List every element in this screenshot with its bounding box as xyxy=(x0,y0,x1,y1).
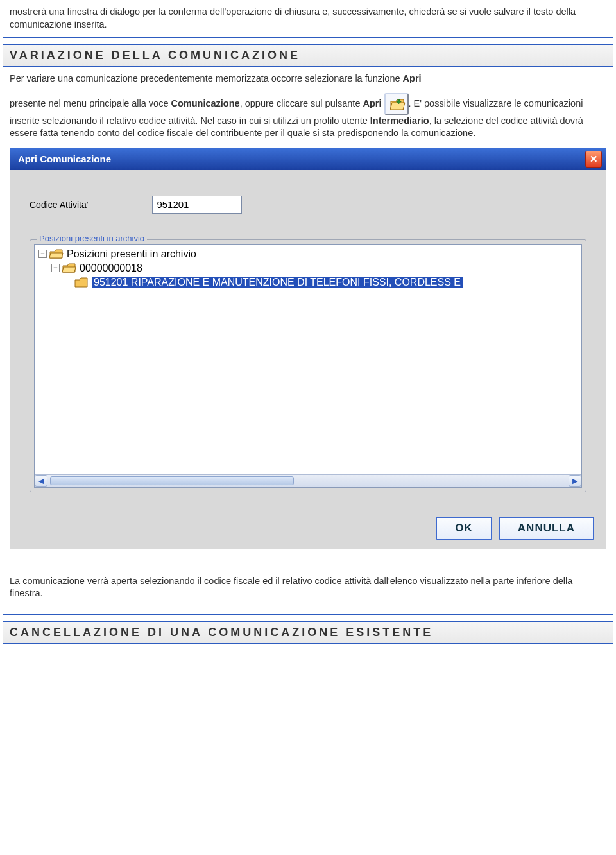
posizioni-tree[interactable]: − Posizioni presenti in archivio − 00000… xyxy=(34,244,582,488)
posizioni-legend: Posizioni presenti in archivio xyxy=(37,234,147,243)
section-header-cancellazione: CANCELLAZIONE DI UNA COMUNICAZIONE ESIST… xyxy=(3,621,613,644)
tree-toggle-minus-icon[interactable]: − xyxy=(38,250,47,258)
folder-open-arrow-icon xyxy=(390,98,406,112)
codice-attivita-row: Codice Attivita' xyxy=(30,196,586,214)
dialog-title: Apri Comunicazione xyxy=(14,153,111,164)
dialog-titlebar: Apri Comunicazione ✕ xyxy=(10,148,606,170)
section1-footer: La comunicazione verrà aperta selezionan… xyxy=(10,575,606,600)
para2-g-bold: Intermediario xyxy=(370,116,429,126)
folder-closed-icon xyxy=(74,277,89,288)
para1: Per variare una comunicazione precedente… xyxy=(10,73,606,85)
dialog-close-button[interactable]: ✕ xyxy=(585,151,602,168)
tree-leaf1-label: 951201 RIPARAZIONE E MANUTENZIONE DI TEL… xyxy=(92,277,463,288)
chevron-left-icon: ◀ xyxy=(38,477,44,485)
folder-open-icon xyxy=(62,263,76,274)
intro-paragraph: mostrerà una finestra di dialogo per la … xyxy=(10,6,606,31)
para2-a: presente nel menu principale alla voce xyxy=(10,98,171,108)
section-header-variazione: VARIAZIONE DELLA COMUNICAZIONE xyxy=(3,44,613,67)
para1-b-bold: Apri xyxy=(403,73,422,83)
annulla-button[interactable]: ANNULLA xyxy=(499,517,594,540)
prev-section-tail: mostrerà una finestra di dialogo per la … xyxy=(3,3,613,38)
dialog-button-row: OK ANNULLA xyxy=(10,508,606,549)
scroll-track[interactable] xyxy=(47,476,569,485)
tree-node1-label: 00000000018 xyxy=(80,263,142,274)
dialog-body: Codice Attivita' Posizioni presenti in a… xyxy=(10,170,606,508)
para2-c: , oppure cliccare sul pulsante xyxy=(240,98,363,108)
scroll-left-button[interactable]: ◀ xyxy=(35,475,47,487)
scroll-thumb[interactable] xyxy=(50,476,294,485)
section-variazione-body: Per variare una comunicazione precedente… xyxy=(3,69,613,615)
ok-button[interactable]: OK xyxy=(436,517,492,540)
para2-e xyxy=(381,98,384,108)
tree-node1-row[interactable]: − 00000000018 xyxy=(37,261,581,275)
codice-attivita-input[interactable] xyxy=(152,196,242,214)
tree-root-label: Posizioni presenti in archivio xyxy=(67,248,196,260)
apri-comunicazione-dialog: Apri Comunicazione ✕ Codice Attivita' Po… xyxy=(10,148,606,549)
tree-root-row[interactable]: − Posizioni presenti in archivio xyxy=(37,247,581,261)
posizioni-groupbox: Posizioni presenti in archivio − Posizio… xyxy=(30,239,586,492)
codice-attivita-label: Codice Attivita' xyxy=(30,200,88,210)
open-folder-button[interactable] xyxy=(384,93,409,115)
close-icon: ✕ xyxy=(590,153,598,165)
tree-leaf1-row[interactable]: 951201 RIPARAZIONE E MANUTENZIONE DI TEL… xyxy=(37,275,581,289)
tree-toggle-minus-icon[interactable]: − xyxy=(51,264,60,272)
para2: presente nel menu principale alla voce C… xyxy=(10,93,606,140)
folder-open-icon xyxy=(49,248,64,260)
scroll-right-button[interactable]: ▶ xyxy=(569,475,581,487)
para2-b-bold: Comunicazione xyxy=(171,98,239,108)
chevron-right-icon: ▶ xyxy=(572,477,578,485)
tree-horizontal-scrollbar[interactable]: ◀ ▶ xyxy=(35,474,581,487)
para1-a: Per variare una comunicazione precedente… xyxy=(10,73,403,83)
para2-d-bold: Apri xyxy=(363,98,381,108)
